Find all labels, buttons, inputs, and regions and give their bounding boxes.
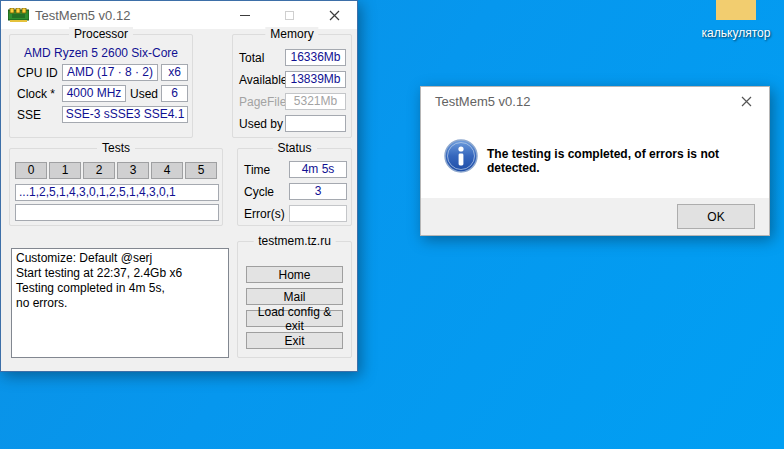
info-icon — [444, 139, 478, 176]
cpu-id-field: AMD (17 · 8 · 2) — [62, 64, 158, 81]
maximize-icon — [285, 11, 294, 20]
processor-group-label: Processor — [69, 27, 133, 41]
sse-field: SSE-3 sSSE3 SSE4.1 — [62, 106, 188, 123]
memory-pagefile-label: PageFile — [239, 95, 286, 109]
tests-group: Tests 0 1 2 3 4 5 ...1,2,5,1,4,3,0,1,2,5… — [9, 148, 223, 226]
ram-icon — [8, 8, 29, 23]
close-icon — [741, 96, 752, 107]
folder-icon — [714, 0, 758, 25]
test-sequence-field: ...1,2,5,1,4,3,0,1,2,5,1,4,3,0,1 — [15, 184, 219, 201]
main-title-bar: TestMem5 v0.12 — [1, 1, 357, 29]
dialog-title-bar: TestMem5 v0.12 — [421, 87, 769, 115]
cpu-name: AMD Ryzen 5 2600 Six-Core — [10, 46, 192, 60]
ok-button[interactable]: OK — [677, 204, 755, 229]
log-line: Start testing at 22:37, 2.4Gb x6 — [16, 266, 224, 281]
home-button[interactable]: Home — [246, 266, 343, 283]
test-current-field — [15, 204, 219, 221]
testmem5-window: TestMem5 v0.12 Processor AMD Ryzen 5 260… — [0, 0, 358, 372]
dialog-title: TestMem5 v0.12 — [435, 94, 530, 109]
dialog-close-button[interactable] — [724, 87, 769, 115]
clock-field: 4000 MHz — [62, 85, 126, 102]
log-line: Customize: Default @serj — [16, 251, 224, 266]
desktop-shortcut-calculator[interactable]: калькулятор — [694, 0, 778, 40]
tests-group-label: Tests — [97, 141, 135, 155]
cpu-count-field: x6 — [161, 64, 188, 81]
close-icon — [329, 10, 340, 21]
close-button[interactable] — [312, 1, 357, 29]
time-label: Time — [244, 163, 270, 177]
test-button-1[interactable]: 1 — [49, 162, 81, 179]
used-field: 6 — [161, 85, 188, 102]
memory-total-field: 16336Mb — [285, 49, 346, 66]
cycle-field: 3 — [289, 183, 347, 200]
test-button-2[interactable]: 2 — [83, 162, 115, 179]
dialog-message: The testing is completed, of errors is n… — [487, 147, 761, 175]
log-line: Testing completed in 4m 5s, — [16, 281, 224, 296]
cpu-id-label: CPU ID — [17, 66, 58, 80]
test-button-5[interactable]: 5 — [185, 162, 217, 179]
links-group: testmem.tz.ru Home Mail Load config & ex… — [237, 241, 352, 358]
memory-total-label: Total — [239, 51, 264, 65]
status-group: Status Time 4m 5s Cycle 3 Error(s) — [237, 148, 352, 226]
links-group-label: testmem.tz.ru — [253, 234, 336, 248]
processor-group: Processor AMD Ryzen 5 2600 Six-Core CPU … — [9, 34, 193, 138]
memory-group: Memory Total 16336Mb Available 13839Mb P… — [232, 34, 352, 138]
memory-usedbytest-field — [285, 115, 346, 132]
errors-label: Error(s) — [244, 207, 285, 221]
mail-button[interactable]: Mail — [246, 288, 343, 305]
dialog-footer: OK — [421, 198, 769, 235]
memory-group-label: Memory — [265, 27, 318, 41]
memory-available-field: 13839Mb — [285, 71, 346, 88]
test-button-0[interactable]: 0 — [15, 162, 47, 179]
load-config-exit-button[interactable]: Load config & exit — [246, 310, 343, 327]
dialog-body: The testing is completed, of errors is n… — [421, 115, 769, 200]
window-title: TestMem5 v0.12 — [35, 8, 130, 23]
log-line: no errors. — [16, 296, 224, 311]
status-group-label: Status — [272, 141, 316, 155]
minimize-icon — [240, 15, 250, 16]
maximize-button[interactable] — [267, 1, 312, 29]
sse-label: SSE — [17, 108, 41, 122]
test-button-4[interactable]: 4 — [151, 162, 183, 179]
used-label: Used — [130, 87, 158, 101]
memory-available-label: Available — [239, 73, 287, 87]
exit-button[interactable]: Exit — [246, 332, 343, 349]
time-field: 4m 5s — [289, 161, 347, 178]
clock-label: Clock * — [17, 87, 55, 101]
memory-pagefile-field: 5321Mb — [285, 93, 346, 110]
minimize-button[interactable] — [222, 1, 267, 29]
testmem5-dialog: TestMem5 v0.12 — [420, 86, 770, 236]
errors-field — [289, 205, 347, 222]
log-box: Customize: Default @serj Start testing a… — [11, 248, 229, 358]
test-button-3[interactable]: 3 — [117, 162, 149, 179]
desktop: калькулятор TestMem5 v0.12 — [0, 0, 784, 449]
cycle-label: Cycle — [244, 185, 274, 199]
shortcut-label: калькулятор — [694, 26, 778, 40]
